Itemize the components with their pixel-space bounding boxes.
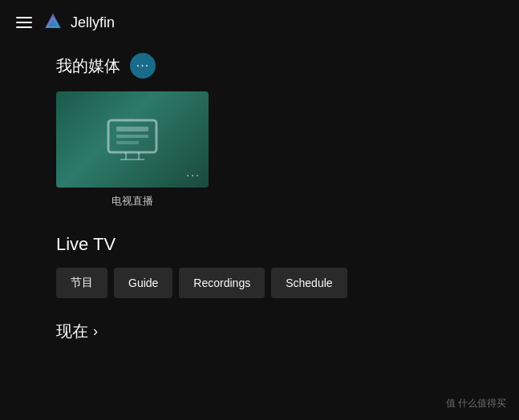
card-options-dots[interactable]: ··· bbox=[186, 168, 201, 181]
hamburger-menu[interactable] bbox=[16, 17, 32, 28]
live-tv-card-label: 电视直播 bbox=[56, 194, 209, 208]
tab-guide[interactable]: Guide bbox=[114, 268, 172, 298]
now-chevron-icon: › bbox=[93, 323, 98, 340]
live-tv-title: Live TV bbox=[56, 234, 463, 255]
main-content: 我的媒体 ··· ··· 电视直播 Live TV 节目 Guide Recor… bbox=[0, 45, 519, 350]
live-tv-card-image: ··· bbox=[56, 91, 209, 188]
now-section[interactable]: 现在 › bbox=[56, 321, 463, 342]
app-title: Jellyfin bbox=[71, 14, 115, 31]
tab-programs[interactable]: 节目 bbox=[56, 268, 107, 298]
my-media-more-button[interactable]: ··· bbox=[130, 53, 156, 79]
now-title: 现在 bbox=[56, 321, 88, 342]
jellyfin-logo-icon bbox=[42, 11, 64, 34]
my-media-section-header: 我的媒体 ··· bbox=[56, 53, 463, 79]
svg-rect-3 bbox=[116, 127, 148, 131]
live-tv-card[interactable]: ··· 电视直播 bbox=[56, 91, 209, 208]
tab-schedule[interactable]: Schedule bbox=[271, 268, 347, 298]
live-tv-tabs: 节目 Guide Recordings Schedule bbox=[56, 268, 463, 298]
tab-recordings[interactable]: Recordings bbox=[179, 268, 265, 298]
header: Jellyfin bbox=[0, 0, 519, 45]
svg-rect-5 bbox=[116, 141, 139, 144]
svg-rect-4 bbox=[116, 135, 148, 138]
watermark: 值 什么值得买 bbox=[446, 397, 506, 410]
live-tv-section: Live TV 节目 Guide Recordings Schedule bbox=[56, 234, 463, 298]
tv-monitor-icon bbox=[104, 118, 160, 162]
svg-marker-0 bbox=[45, 14, 61, 28]
logo-container: Jellyfin bbox=[42, 11, 115, 34]
my-media-title: 我的媒体 bbox=[56, 55, 120, 77]
